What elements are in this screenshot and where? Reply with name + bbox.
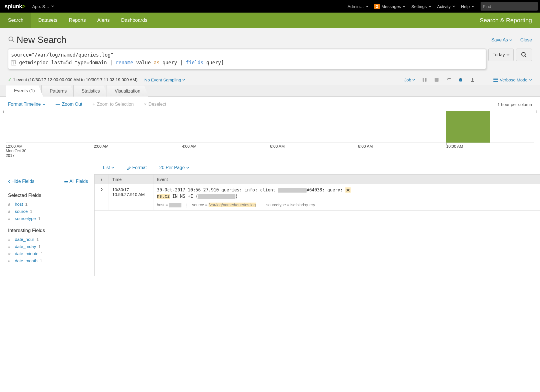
- col-event[interactable]: Event: [153, 175, 540, 184]
- hide-fields-button[interactable]: Hide Fields: [8, 179, 34, 184]
- nav-datasets[interactable]: Datasets: [33, 13, 63, 28]
- x-tick: 12:00 AMMon Oct 302017: [6, 144, 26, 158]
- meta-source[interactable]: source = /var/log/named/queries.log: [192, 203, 256, 207]
- field-item[interactable]: asource1: [8, 208, 88, 215]
- time-range-picker[interactable]: Today: [488, 49, 514, 61]
- splunk-logo[interactable]: splunk>: [2, 3, 29, 10]
- tab-visualization[interactable]: Visualization: [107, 85, 149, 97]
- svg-rect-7: [460, 81, 461, 81]
- job-menu[interactable]: Job: [404, 77, 415, 82]
- messages-menu[interactable]: 2 Messages: [371, 0, 409, 13]
- redacted-ip: [198, 194, 235, 199]
- pencil-icon: [127, 166, 131, 170]
- nav-alerts[interactable]: Alerts: [92, 13, 115, 28]
- pause-icon[interactable]: [422, 77, 427, 82]
- app-nav: Search Datasets Reports Alerts Dashboard…: [0, 13, 540, 28]
- chevron-down-icon: [529, 79, 532, 81]
- events-table: i Time Event 10/30/17 10:56:27.910 AM 30…: [94, 174, 540, 276]
- x-tick: 6:00 AM: [270, 144, 285, 149]
- timeline-granularity: 1 hour per column: [497, 102, 532, 107]
- global-topbar: splunk> App: S… Admin… 2 Messages Settin…: [0, 0, 540, 13]
- format-timeline-menu[interactable]: Format Timeline: [8, 102, 45, 107]
- activity-menu[interactable]: Activity: [434, 0, 458, 13]
- nav-reports[interactable]: Reports: [63, 13, 92, 28]
- chevron-down-icon: [111, 167, 114, 169]
- chevron-down-icon: [429, 5, 431, 7]
- svg-rect-3: [425, 78, 427, 82]
- all-fields-button[interactable]: All Fields: [64, 179, 88, 184]
- chevron-down-icon: [412, 79, 415, 81]
- svg-point-1: [522, 53, 525, 56]
- field-item[interactable]: #date_minute1: [8, 250, 88, 257]
- tab-statistics[interactable]: Statistics: [73, 85, 108, 97]
- expand-row-button[interactable]: [95, 184, 109, 210]
- svg-rect-2: [423, 78, 424, 82]
- global-find-input[interactable]: Find: [481, 2, 538, 11]
- nav-search[interactable]: Search: [0, 13, 31, 28]
- run-search-button[interactable]: [516, 49, 532, 61]
- timeline-chart[interactable]: 1 1 12:00 AMMon Oct 3020172:00 AM4:00 AM…: [2, 111, 538, 161]
- svg-point-0: [9, 37, 13, 41]
- fields-sidebar: Hide Fields All Fields Selected Fields a…: [0, 174, 94, 276]
- result-tabs: Events (1) Patterns Statistics Visualiza…: [0, 85, 540, 97]
- app-title: Search & Reporting: [480, 17, 532, 24]
- stop-icon[interactable]: [434, 77, 439, 82]
- x-tick: 10:00 AM: [446, 144, 463, 149]
- chevron-left-icon: [8, 180, 10, 183]
- field-item[interactable]: #date_mday1: [8, 243, 88, 250]
- chevron-down-icon: [507, 54, 509, 56]
- export-icon[interactable]: [470, 77, 475, 82]
- deselect-button: ×Deselect: [144, 102, 166, 107]
- col-time[interactable]: Time: [109, 175, 153, 184]
- svg-rect-9: [493, 79, 498, 80]
- share-icon[interactable]: [446, 77, 451, 82]
- svg-rect-14: [65, 181, 68, 182]
- interesting-fields-heading: Interesting Fields: [8, 228, 88, 233]
- list-icon: [64, 180, 68, 183]
- chevron-down-icon: [403, 5, 405, 7]
- admin-menu[interactable]: Admin…: [345, 0, 371, 13]
- event-time: 10/30/17 10:56:27.910 AM: [109, 184, 153, 210]
- search-line-1: source="/var/log/named/queries.log": [11, 51, 483, 59]
- meta-host[interactable]: host =: [157, 203, 181, 207]
- svg-rect-12: [65, 180, 68, 180]
- zoom-out-button[interactable]: —Zoom Out: [56, 102, 82, 107]
- svg-rect-4: [435, 78, 438, 82]
- print-icon[interactable]: [458, 77, 463, 82]
- tab-patterns[interactable]: Patterns: [41, 85, 75, 97]
- expand-search-icon[interactable]: [|]: [11, 60, 16, 65]
- field-item[interactable]: ahost1: [8, 201, 88, 208]
- selected-fields-heading: Selected Fields: [8, 193, 88, 198]
- close-button[interactable]: Close: [520, 37, 532, 43]
- search-input[interactable]: source="/var/log/named/queries.log" [|] …: [8, 49, 486, 69]
- event-list-controls: List Format 20 Per Page: [0, 161, 540, 174]
- event-count-summary: 1 event (10/30/17 12:00:00.000 AM to 10/…: [13, 77, 137, 82]
- per-page-menu[interactable]: 20 Per Page: [159, 165, 189, 170]
- field-item[interactable]: #date_hour1: [8, 236, 88, 243]
- search-mode-menu[interactable]: Verbose Mode: [493, 77, 532, 82]
- event-sampling-menu[interactable]: No Event Sampling: [144, 77, 185, 82]
- help-menu[interactable]: Help: [458, 0, 477, 13]
- event-row: 10/30/17 10:56:27.910 AM 30-Oct-2017 10:…: [95, 184, 540, 211]
- nav-dashboards[interactable]: Dashboards: [115, 13, 153, 28]
- y-axis-max-right: 1: [536, 110, 538, 114]
- app-picker[interactable]: App: S…: [29, 0, 57, 13]
- event-raw[interactable]: 30-Oct-2017 10:56:27.910 queries: info: …: [157, 187, 536, 200]
- timeline-bar[interactable]: [446, 111, 490, 143]
- field-item[interactable]: asourcetype1: [8, 215, 88, 222]
- settings-menu[interactable]: Settings: [408, 0, 434, 13]
- view-mode-menu[interactable]: List: [103, 165, 114, 170]
- event-meta: host = source = /var/log/named/queries.l…: [157, 203, 536, 207]
- list-icon: [493, 78, 498, 82]
- svg-rect-11: [64, 180, 65, 180]
- timeline-controls: Format Timeline —Zoom Out +Zoom to Selec…: [0, 97, 540, 111]
- svg-rect-6: [460, 78, 461, 79]
- meta-sourcetype[interactable]: sourcetype = isc:bind:query: [266, 203, 315, 207]
- zoom-to-selection-button: +Zoom to Selection: [93, 102, 134, 107]
- x-tick: 2:00 AM: [94, 144, 108, 149]
- chevron-down-icon: [471, 5, 474, 7]
- save-as-menu[interactable]: Save As: [491, 37, 512, 43]
- field-item[interactable]: adate_month1: [8, 257, 88, 264]
- format-menu[interactable]: Format: [127, 165, 147, 170]
- tab-events[interactable]: Events (1): [6, 85, 43, 97]
